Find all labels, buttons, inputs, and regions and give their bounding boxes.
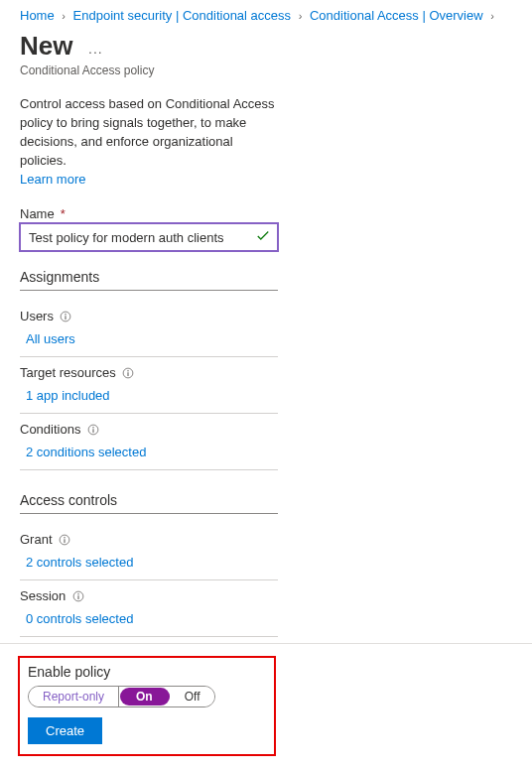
more-actions-icon[interactable]: ···	[88, 44, 103, 60]
name-label: Name*	[20, 206, 278, 221]
info-icon[interactable]	[71, 589, 84, 602]
grant-value-link[interactable]: 2 controls selected	[20, 555, 133, 576]
svg-rect-8	[92, 429, 93, 433]
enable-policy-highlight: Enable policy Report-only On Off Create	[18, 656, 276, 756]
svg-point-13	[77, 593, 78, 594]
svg-point-7	[92, 427, 93, 428]
toggle-report-only[interactable]: Report-only	[29, 687, 119, 706]
toggle-off[interactable]: Off	[171, 687, 214, 706]
footer-bar: Enable policy Report-only On Off Create	[0, 643, 532, 770]
breadcrumb-home[interactable]: Home	[20, 8, 55, 23]
checkmark-icon	[256, 229, 270, 246]
chevron-right-icon: ›	[299, 10, 303, 22]
svg-rect-11	[64, 539, 65, 543]
intro-text: Control access based on Conditional Acce…	[20, 95, 278, 170]
session-label: Session	[20, 588, 66, 603]
svg-point-4	[128, 370, 129, 371]
target-resources-label: Target resources	[20, 365, 116, 380]
grant-label: Grant	[20, 532, 53, 547]
chevron-right-icon: ›	[62, 10, 66, 22]
svg-rect-5	[128, 372, 129, 376]
info-icon[interactable]	[59, 533, 71, 546]
assignments-heading: Assignments	[20, 269, 278, 291]
info-icon[interactable]	[60, 310, 72, 322]
session-value-link[interactable]: 0 controls selected	[20, 611, 133, 632]
learn-more-link[interactable]: Learn more	[20, 172, 85, 187]
page-title: New	[20, 31, 72, 62]
svg-point-1	[66, 314, 66, 315]
svg-rect-2	[66, 316, 66, 320]
breadcrumb-conditional-access-overview[interactable]: Conditional Access | Overview	[310, 8, 483, 23]
chevron-right-icon: ›	[490, 10, 494, 22]
name-input[interactable]	[20, 223, 278, 251]
users-label: Users	[20, 309, 54, 323]
svg-rect-14	[77, 595, 78, 599]
svg-point-10	[64, 537, 65, 538]
users-value-link[interactable]: All users	[20, 331, 75, 352]
enable-policy-toggle[interactable]: Report-only On Off	[28, 686, 215, 707]
conditions-value-link[interactable]: 2 conditions selected	[20, 445, 146, 465]
info-icon[interactable]	[122, 366, 135, 379]
toggle-on[interactable]: On	[120, 688, 170, 706]
target-resources-value-link[interactable]: 1 app included	[20, 388, 110, 409]
breadcrumb-endpoint-security[interactable]: Endpoint security | Conditional access	[73, 8, 291, 23]
info-icon[interactable]	[86, 423, 99, 436]
page-subtitle: Conditional Access policy	[0, 64, 532, 95]
create-button[interactable]: Create	[28, 717, 102, 744]
breadcrumb: Home › Endpoint security | Conditional a…	[0, 0, 532, 27]
access-controls-heading: Access controls	[20, 492, 278, 514]
conditions-label: Conditions	[20, 422, 80, 437]
enable-policy-label: Enable policy	[28, 664, 266, 680]
